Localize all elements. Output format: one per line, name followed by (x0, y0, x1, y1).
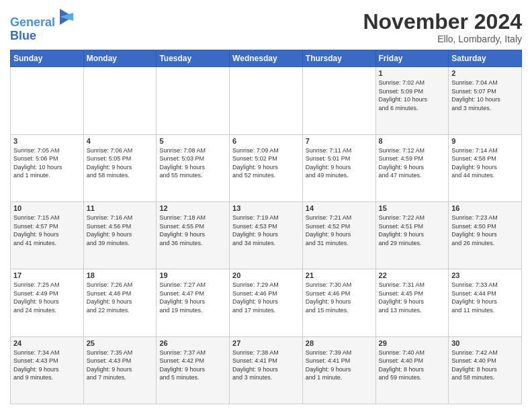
header: General Blue November 2024 Ello, Lombard… (10, 10, 522, 44)
calendar-cell: 21Sunrise: 7:30 AM Sunset: 4:46 PM Dayli… (302, 269, 375, 336)
calendar-cell: 17Sunrise: 7:25 AM Sunset: 4:49 PM Dayli… (11, 269, 84, 336)
calendar-cell: 3Sunrise: 7:05 AM Sunset: 5:06 PM Daylig… (11, 134, 84, 201)
day-info: Sunrise: 7:40 AM Sunset: 4:40 PM Dayligh… (379, 349, 446, 382)
calendar-cell: 1Sunrise: 7:02 AM Sunset: 5:09 PM Daylig… (375, 67, 449, 134)
calendar-cell: 27Sunrise: 7:38 AM Sunset: 4:41 PM Dayli… (230, 336, 303, 404)
day-info: Sunrise: 7:38 AM Sunset: 4:41 PM Dayligh… (232, 349, 300, 382)
day-info: Sunrise: 7:19 AM Sunset: 4:53 PM Dayligh… (232, 214, 300, 247)
calendar-cell: 30Sunrise: 7:42 AM Sunset: 4:40 PM Dayli… (449, 336, 522, 404)
logo: General Blue (10, 10, 73, 43)
day-info: Sunrise: 7:39 AM Sunset: 4:41 PM Dayligh… (306, 349, 373, 382)
day-header-wednesday: Wednesday (230, 50, 303, 67)
day-info: Sunrise: 7:06 AM Sunset: 5:05 PM Dayligh… (87, 146, 154, 180)
day-info: Sunrise: 7:26 AM Sunset: 4:48 PM Dayligh… (87, 281, 154, 314)
day-info: Sunrise: 7:34 AM Sunset: 4:43 PM Dayligh… (13, 349, 81, 382)
day-info: Sunrise: 7:21 AM Sunset: 4:52 PM Dayligh… (306, 214, 373, 247)
day-info: Sunrise: 7:22 AM Sunset: 4:51 PM Dayligh… (379, 214, 446, 247)
calendar-cell (83, 67, 157, 134)
day-number: 16 (451, 204, 519, 212)
day-number: 8 (379, 137, 446, 145)
day-number: 1 (379, 69, 446, 77)
day-number: 27 (232, 339, 300, 347)
calendar-cell: 15Sunrise: 7:22 AM Sunset: 4:51 PM Dayli… (375, 201, 449, 269)
calendar-cell: 28Sunrise: 7:39 AM Sunset: 4:41 PM Dayli… (302, 336, 375, 404)
calendar-cell: 9Sunrise: 7:14 AM Sunset: 4:58 PM Daylig… (449, 134, 522, 201)
calendar-cell: 2Sunrise: 7:04 AM Sunset: 5:07 PM Daylig… (449, 67, 522, 134)
calendar-cell: 11Sunrise: 7:16 AM Sunset: 4:56 PM Dayli… (83, 201, 157, 269)
calendar-cell: 16Sunrise: 7:23 AM Sunset: 4:50 PM Dayli… (449, 201, 522, 269)
day-info: Sunrise: 7:04 AM Sunset: 5:07 PM Dayligh… (451, 79, 519, 112)
calendar-cell (230, 67, 303, 134)
calendar-cell: 4Sunrise: 7:06 AM Sunset: 5:05 PM Daylig… (83, 134, 157, 201)
calendar-cell: 22Sunrise: 7:31 AM Sunset: 4:45 PM Dayli… (375, 269, 449, 336)
logo-blue-text: Blue (10, 30, 73, 43)
day-info: Sunrise: 7:16 AM Sunset: 4:56 PM Dayligh… (87, 214, 154, 247)
day-number: 2 (451, 69, 519, 77)
day-info: Sunrise: 7:25 AM Sunset: 4:49 PM Dayligh… (13, 281, 81, 314)
calendar-cell: 12Sunrise: 7:18 AM Sunset: 4:55 PM Dayli… (157, 201, 230, 269)
day-info: Sunrise: 7:42 AM Sunset: 4:40 PM Dayligh… (451, 349, 519, 382)
month-title: November 2024 (363, 10, 522, 34)
day-info: Sunrise: 7:12 AM Sunset: 4:59 PM Dayligh… (379, 146, 446, 180)
day-header-tuesday: Tuesday (157, 50, 230, 67)
day-info: Sunrise: 7:23 AM Sunset: 4:50 PM Dayligh… (451, 214, 519, 247)
day-number: 24 (13, 339, 81, 347)
calendar-week-row: 10Sunrise: 7:15 AM Sunset: 4:57 PM Dayli… (11, 201, 522, 269)
logo-text: General (10, 10, 73, 30)
calendar-cell: 6Sunrise: 7:09 AM Sunset: 5:02 PM Daylig… (230, 134, 303, 201)
day-number: 14 (306, 204, 373, 212)
day-number: 10 (13, 204, 81, 212)
day-info: Sunrise: 7:31 AM Sunset: 4:45 PM Dayligh… (379, 281, 446, 314)
day-info: Sunrise: 7:37 AM Sunset: 4:42 PM Dayligh… (159, 349, 226, 382)
day-number: 28 (306, 339, 373, 347)
day-number: 21 (306, 271, 373, 279)
calendar-cell: 13Sunrise: 7:19 AM Sunset: 4:53 PM Dayli… (230, 201, 303, 269)
calendar-table: SundayMondayTuesdayWednesdayThursdayFrid… (10, 50, 522, 404)
day-number: 22 (379, 271, 446, 279)
day-number: 9 (451, 137, 519, 145)
calendar-week-row: 17Sunrise: 7:25 AM Sunset: 4:49 PM Dayli… (11, 269, 522, 336)
day-header-thursday: Thursday (302, 50, 375, 67)
day-number: 26 (159, 339, 226, 347)
calendar-cell: 29Sunrise: 7:40 AM Sunset: 4:40 PM Dayli… (375, 336, 449, 404)
calendar-cell: 20Sunrise: 7:29 AM Sunset: 4:46 PM Dayli… (230, 269, 303, 336)
day-info: Sunrise: 7:09 AM Sunset: 5:02 PM Dayligh… (232, 146, 300, 180)
calendar-cell: 5Sunrise: 7:08 AM Sunset: 5:03 PM Daylig… (157, 134, 230, 201)
day-number: 5 (159, 137, 226, 145)
calendar-cell (157, 67, 230, 134)
logo-icon (60, 9, 73, 25)
calendar-cell: 19Sunrise: 7:27 AM Sunset: 4:47 PM Dayli… (157, 269, 230, 336)
calendar-cell: 14Sunrise: 7:21 AM Sunset: 4:52 PM Dayli… (302, 201, 375, 269)
day-number: 11 (87, 204, 154, 212)
day-number: 6 (232, 137, 300, 145)
day-info: Sunrise: 7:11 AM Sunset: 5:01 PM Dayligh… (306, 146, 373, 180)
day-info: Sunrise: 7:33 AM Sunset: 4:44 PM Dayligh… (451, 281, 519, 314)
day-info: Sunrise: 7:08 AM Sunset: 5:03 PM Dayligh… (159, 146, 226, 180)
day-number: 25 (87, 339, 154, 347)
day-header-monday: Monday (83, 50, 157, 67)
title-block: November 2024 Ello, Lombardy, Italy (363, 10, 522, 44)
day-header-saturday: Saturday (449, 50, 522, 67)
day-info: Sunrise: 7:29 AM Sunset: 4:46 PM Dayligh… (232, 281, 300, 314)
day-number: 17 (13, 271, 81, 279)
day-number: 20 (232, 271, 300, 279)
calendar-cell: 18Sunrise: 7:26 AM Sunset: 4:48 PM Dayli… (83, 269, 157, 336)
day-number: 7 (306, 137, 373, 145)
day-number: 23 (451, 271, 519, 279)
calendar-cell: 23Sunrise: 7:33 AM Sunset: 4:44 PM Dayli… (449, 269, 522, 336)
day-number: 19 (159, 271, 226, 279)
day-info: Sunrise: 7:35 AM Sunset: 4:43 PM Dayligh… (87, 349, 154, 382)
calendar-cell (302, 67, 375, 134)
day-info: Sunrise: 7:27 AM Sunset: 4:47 PM Dayligh… (159, 281, 226, 314)
day-number: 15 (379, 204, 446, 212)
calendar-cell: 24Sunrise: 7:34 AM Sunset: 4:43 PM Dayli… (11, 336, 84, 404)
calendar-cell: 7Sunrise: 7:11 AM Sunset: 5:01 PM Daylig… (302, 134, 375, 201)
day-header-friday: Friday (375, 50, 449, 67)
calendar-week-row: 24Sunrise: 7:34 AM Sunset: 4:43 PM Dayli… (11, 336, 522, 404)
day-info: Sunrise: 7:02 AM Sunset: 5:09 PM Dayligh… (379, 79, 446, 112)
calendar-cell (11, 67, 84, 134)
day-number: 29 (379, 339, 446, 347)
calendar-cell: 8Sunrise: 7:12 AM Sunset: 4:59 PM Daylig… (375, 134, 449, 201)
day-number: 4 (87, 137, 154, 145)
day-info: Sunrise: 7:14 AM Sunset: 4:58 PM Dayligh… (451, 146, 519, 180)
